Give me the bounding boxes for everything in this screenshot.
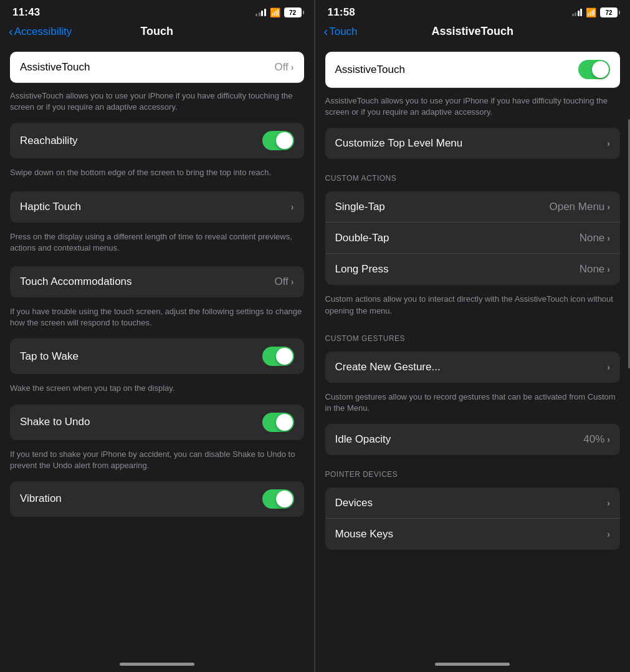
tap-wake-row: Tap to Wake	[10, 338, 304, 374]
haptic-touch-card: Haptic Touch ›	[10, 191, 304, 223]
right-nav-bar: ‹ Touch AssistiveTouch	[315, 22, 631, 44]
idle-opacity-label: Idle Opacity	[335, 433, 584, 446]
right-assistive-desc: AssistiveTouch allows you to use your iP…	[325, 93, 621, 125]
left-nav-title: Touch	[140, 25, 173, 38]
shake-undo-toggle[interactable]	[262, 413, 294, 432]
create-gesture-label: Create New Gesture...	[335, 361, 608, 373]
left-phone-panel: 11:43 📶 72 ‹ Accessibility Touch Assist	[0, 0, 315, 672]
reachability-toggle-knob	[276, 132, 293, 149]
wifi-icon: 📶	[270, 7, 280, 17]
single-tap-row[interactable]: Single-Tap Open Menu ›	[325, 191, 621, 223]
reachability-card: Reachability	[10, 123, 304, 158]
right-phone-panel: 11:58 📶 72 ‹ Touch AssistiveTouch Assis	[315, 0, 631, 672]
customize-menu-label: Customize Top Level Menu	[335, 137, 608, 150]
tap-wake-card: Tap to Wake	[10, 338, 304, 374]
battery-icon: 72	[284, 7, 302, 17]
double-tap-chevron: ›	[607, 233, 610, 243]
left-chevron-icon: ‹	[9, 25, 13, 37]
assistivetouch-card[interactable]: AssistiveTouch Off ›	[10, 52, 304, 83]
right-assistivetouch-toggle[interactable]	[578, 60, 610, 79]
shake-undo-card: Shake to Undo	[10, 405, 304, 440]
single-tap-value: Open Menu	[549, 201, 604, 213]
right-wifi-icon: 📶	[586, 7, 596, 17]
reachability-toggle[interactable]	[262, 131, 294, 150]
mouse-keys-row[interactable]: Mouse Keys ›	[325, 519, 621, 550]
assistivetouch-row[interactable]: AssistiveTouch Off ›	[10, 52, 304, 83]
haptic-touch-label: Haptic Touch	[20, 201, 291, 213]
assistivetouch-value: Off	[274, 61, 288, 74]
right-home-bar	[435, 663, 510, 666]
custom-actions-header: CUSTOM ACTIONS	[315, 164, 631, 186]
long-press-label: Long Press	[335, 263, 580, 276]
vibration-card: Vibration	[10, 481, 304, 517]
right-chevron-icon: ‹	[324, 25, 328, 37]
left-status-bar: 11:43 📶 72	[0, 0, 314, 22]
create-gesture-row[interactable]: Create New Gesture... ›	[325, 352, 621, 383]
mouse-keys-chevron: ›	[607, 529, 610, 539]
right-content: AssistiveTouch AssistiveTouch allows you…	[315, 44, 631, 658]
vibration-toggle[interactable]	[262, 489, 294, 509]
pointer-devices-header: POINTER DEVICES	[315, 460, 631, 482]
right-battery-icon: 72	[600, 7, 618, 17]
custom-gestures-header: CUSTOM GESTURES	[315, 324, 631, 347]
reachability-desc: Swipe down on the bottom edge of the scr…	[0, 163, 314, 186]
right-nav-title: AssistiveTouch	[431, 25, 513, 38]
customize-menu-row[interactable]: Customize Top Level Menu ›	[325, 128, 621, 159]
touch-accom-row[interactable]: Touch Accommodations Off ›	[10, 266, 304, 297]
signal-icon	[255, 9, 266, 16]
idle-opacity-row[interactable]: Idle Opacity 40% ›	[325, 424, 621, 455]
right-time: 11:58	[328, 6, 355, 19]
touch-accom-desc: If you have trouble using the touch scre…	[0, 302, 314, 336]
right-back-button[interactable]: ‹ Touch	[324, 26, 358, 38]
long-press-row[interactable]: Long Press None ›	[325, 254, 621, 285]
left-back-button[interactable]: ‹ Accessibility	[9, 26, 72, 38]
left-time: 11:43	[12, 6, 40, 19]
right-home-indicator	[315, 658, 631, 672]
reachability-row: Reachability	[10, 123, 304, 158]
tap-wake-desc: Wake the screen when you tap on the disp…	[0, 379, 314, 401]
single-tap-label: Single-Tap	[335, 201, 550, 213]
assistivetouch-desc: AssistiveTouch allows you to use your iP…	[10, 88, 304, 120]
custom-gestures-card: Create New Gesture... ›	[325, 352, 621, 383]
haptic-touch-desc: Press on the display using a different l…	[0, 228, 314, 261]
double-tap-row[interactable]: Double-Tap None ›	[325, 223, 621, 254]
shake-undo-knob	[276, 414, 293, 431]
custom-actions-desc: Custom actions allow you to interact dir…	[315, 290, 631, 324]
tap-wake-toggle[interactable]	[262, 347, 294, 366]
assistivetouch-chevron: ›	[291, 62, 294, 72]
haptic-touch-row[interactable]: Haptic Touch ›	[10, 191, 304, 223]
haptic-touch-chevron: ›	[291, 202, 294, 212]
devices-row[interactable]: Devices ›	[325, 487, 621, 519]
devices-chevron: ›	[607, 498, 610, 508]
left-content: AssistiveTouch Off › AssistiveTouch allo…	[0, 44, 314, 658]
mouse-keys-label: Mouse Keys	[335, 528, 608, 540]
shake-undo-row: Shake to Undo	[10, 405, 304, 440]
left-nav-bar: ‹ Accessibility Touch	[0, 22, 314, 44]
tap-wake-knob	[276, 348, 293, 365]
tap-wake-label: Tap to Wake	[20, 350, 262, 363]
custom-gestures-desc: Custom gestures allow you to record gest…	[315, 388, 631, 421]
shake-undo-desc: If you tend to shake your iPhone by acci…	[0, 445, 314, 479]
vibration-knob	[276, 491, 293, 507]
long-press-chevron: ›	[607, 264, 610, 274]
right-status-icons: 📶 72	[572, 7, 618, 17]
right-status-bar: 11:58 📶 72	[315, 0, 631, 22]
customize-menu-card: Customize Top Level Menu ›	[325, 128, 621, 159]
touch-accom-card: Touch Accommodations Off ›	[10, 266, 304, 297]
touch-accom-label: Touch Accommodations	[20, 276, 274, 288]
right-signal-icon	[572, 9, 583, 16]
left-home-bar	[120, 663, 194, 666]
customize-menu-chevron: ›	[607, 138, 610, 148]
create-gesture-chevron: ›	[607, 362, 610, 372]
idle-opacity-value: 40%	[583, 433, 604, 446]
right-back-label: Touch	[329, 26, 357, 38]
right-assistivetouch-card: AssistiveTouch	[325, 52, 621, 88]
vibration-row: Vibration	[10, 481, 304, 517]
shake-undo-label: Shake to Undo	[20, 416, 262, 428]
right-assistivetouch-label: AssistiveTouch	[335, 64, 579, 76]
left-back-label: Accessibility	[14, 26, 72, 38]
idle-opacity-chevron: ›	[607, 434, 610, 444]
vibration-label: Vibration	[20, 492, 262, 505]
left-status-icons: 📶 72	[255, 7, 302, 17]
touch-accom-value: Off	[274, 276, 288, 288]
